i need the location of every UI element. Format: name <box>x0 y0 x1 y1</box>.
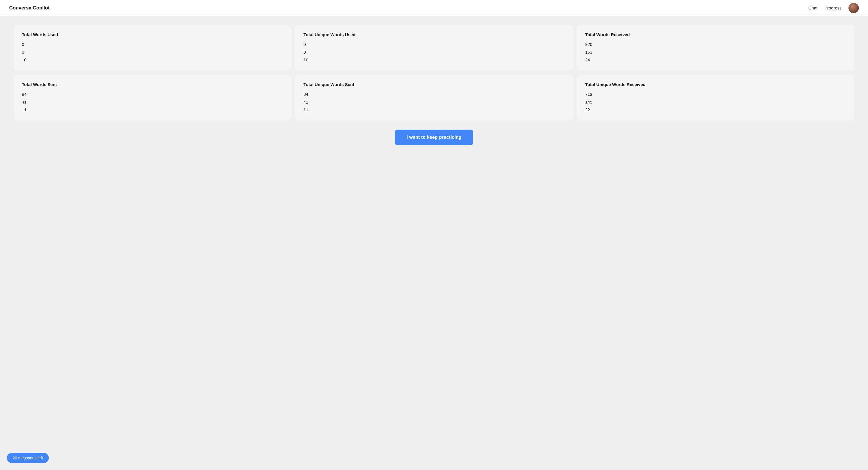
brand-title: Conversa Copilot <box>9 5 50 11</box>
stat-values-total-words-sent: 844111 <box>22 90 283 113</box>
navbar-right: Chat Progress <box>808 3 859 13</box>
keep-practicing-button[interactable]: I want to keep practicing <box>395 130 473 145</box>
stats-row-1: Total Words Used0010Total Unique Words U… <box>14 25 854 71</box>
stat-value-item: 163 <box>585 48 846 56</box>
stat-value-item: 10 <box>303 56 564 64</box>
progress-link[interactable]: Progress <box>825 5 842 10</box>
stat-value-item: 41 <box>22 98 283 106</box>
stat-value-item: 11 <box>22 106 283 113</box>
avatar[interactable] <box>848 3 859 13</box>
stat-title-total-unique-words-used: Total Unique Words Used <box>303 32 564 37</box>
stat-card-total-unique-words-received: Total Unique Words Received71214522 <box>577 75 854 121</box>
stat-values-total-unique-words-received: 71214522 <box>585 90 846 113</box>
stat-title-total-words-received: Total Words Received <box>585 32 846 37</box>
stats-row-2: Total Words Sent844111Total Unique Words… <box>14 75 854 121</box>
stat-title-total-unique-words-received: Total Unique Words Received <box>585 82 846 87</box>
stat-title-total-words-used: Total Words Used <box>22 32 283 37</box>
messages-badge: 20 messages left <box>7 453 49 463</box>
stat-value-item: 11 <box>303 106 564 113</box>
stat-card-total-words-used: Total Words Used0010 <box>14 25 291 71</box>
stat-card-total-words-received: Total Words Received92016324 <box>577 25 854 71</box>
stat-values-total-unique-words-sent: 844111 <box>303 90 564 113</box>
stat-value-item: 0 <box>22 48 283 56</box>
stat-value-item: 41 <box>303 98 564 106</box>
stat-value-item: 712 <box>585 90 846 98</box>
stat-value-item: 920 <box>585 40 846 48</box>
stat-card-total-unique-words-used: Total Unique Words Used0010 <box>296 25 572 71</box>
stat-values-total-unique-words-used: 0010 <box>303 40 564 64</box>
stat-value-item: 0 <box>303 40 564 48</box>
stat-value-item: 24 <box>585 56 846 64</box>
main-content: Total Words Used0010Total Unique Words U… <box>0 16 868 154</box>
avatar-image <box>848 3 859 13</box>
stat-title-total-unique-words-sent: Total Unique Words Sent <box>303 82 564 87</box>
stat-title-total-words-sent: Total Words Sent <box>22 82 283 87</box>
stat-values-total-words-used: 0010 <box>22 40 283 64</box>
stat-value-item: 10 <box>22 56 283 64</box>
stat-value-item: 145 <box>585 98 846 106</box>
chat-link[interactable]: Chat <box>808 5 817 10</box>
stat-value-item: 84 <box>303 90 564 98</box>
stat-values-total-words-received: 92016324 <box>585 40 846 64</box>
navbar: Conversa Copilot Chat Progress <box>0 0 868 16</box>
stat-value-item: 22 <box>585 106 846 113</box>
stat-value-item: 0 <box>22 40 283 48</box>
cta-container: I want to keep practicing <box>14 130 854 145</box>
stat-value-item: 84 <box>22 90 283 98</box>
stat-card-total-unique-words-sent: Total Unique Words Sent844111 <box>296 75 572 121</box>
stat-card-total-words-sent: Total Words Sent844111 <box>14 75 291 121</box>
stat-value-item: 0 <box>303 48 564 56</box>
